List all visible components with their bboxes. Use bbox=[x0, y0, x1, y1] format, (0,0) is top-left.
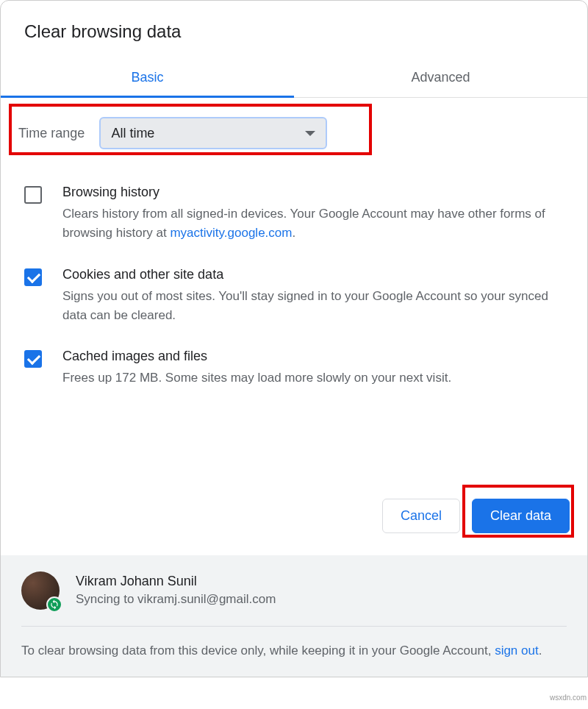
option-desc: Signs you out of most sites. You'll stay… bbox=[62, 287, 564, 326]
tab-basic[interactable]: Basic bbox=[1, 60, 294, 97]
tab-advanced[interactable]: Advanced bbox=[294, 60, 587, 97]
option-cached: Cached images and files Frees up 172 MB.… bbox=[24, 341, 564, 404]
avatar-wrap bbox=[21, 571, 60, 610]
account-info: Vikram Johann Sunil Syncing to vikramj.s… bbox=[76, 574, 276, 607]
checkbox-cached[interactable] bbox=[24, 350, 42, 368]
account-row: Vikram Johann Sunil Syncing to vikramj.s… bbox=[21, 571, 567, 627]
footnote: To clear browsing data from this device … bbox=[21, 627, 567, 660]
option-browsing-history: Browsing history Clears history from all… bbox=[24, 177, 564, 260]
option-text: Browsing history Clears history from all… bbox=[62, 185, 564, 243]
option-title: Browsing history bbox=[62, 185, 564, 200]
option-title: Cookies and other site data bbox=[62, 267, 564, 282]
option-cookies: Cookies and other site data Signs you ou… bbox=[24, 260, 564, 342]
account-status: Syncing to vikramj.sunil@gmail.com bbox=[76, 592, 276, 607]
annotation-highlight-time-range bbox=[9, 104, 372, 155]
sign-out-link[interactable]: sign out bbox=[495, 644, 539, 658]
option-text: Cookies and other site data Signs you ou… bbox=[62, 267, 564, 326]
tabs: Basic Advanced bbox=[1, 60, 587, 98]
option-desc: Clears history from all signed-in device… bbox=[62, 204, 564, 243]
cancel-button[interactable]: Cancel bbox=[382, 499, 460, 533]
options-list: Browsing history Clears history from all… bbox=[1, 168, 587, 405]
option-text: Cached images and files Frees up 172 MB.… bbox=[62, 349, 564, 388]
watermark: wsxdn.com bbox=[550, 694, 587, 702]
annotation-highlight-clear-data bbox=[462, 485, 574, 538]
sync-badge-icon bbox=[46, 596, 62, 613]
myactivity-link[interactable]: myactivity.google.com bbox=[170, 226, 292, 240]
checkbox-cookies[interactable] bbox=[24, 268, 42, 286]
checkbox-browsing-history[interactable] bbox=[24, 186, 42, 204]
dialog-title: Clear browsing data bbox=[1, 1, 587, 60]
clear-browsing-data-dialog: Clear browsing data Basic Advanced Time … bbox=[0, 0, 588, 677]
option-desc: Frees up 172 MB. Some sites may load mor… bbox=[62, 368, 564, 388]
footer: Vikram Johann Sunil Syncing to vikramj.s… bbox=[1, 555, 587, 677]
option-title: Cached images and files bbox=[62, 349, 564, 364]
account-name: Vikram Johann Sunil bbox=[76, 574, 276, 589]
